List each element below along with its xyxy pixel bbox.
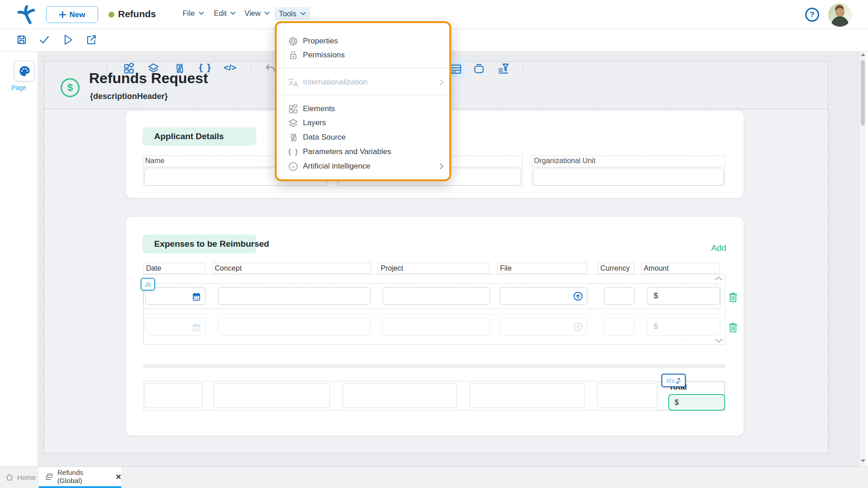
total-amount-input[interactable]: $ (668, 394, 725, 411)
export-button[interactable] (85, 34, 97, 46)
help-button[interactable]: ? (805, 8, 819, 22)
tab-close-icon[interactable]: × (116, 472, 121, 481)
col-header-date[interactable]: Date (143, 263, 205, 274)
totals-region: Total $ (143, 381, 725, 411)
js-badge-label: Js (145, 281, 151, 288)
menu-edit[interactable]: Edit (214, 9, 236, 18)
amount-dollar-prefix: $ (654, 291, 658, 300)
menu-item-label: Data Source (303, 133, 346, 142)
add-row-link[interactable]: Add (711, 243, 726, 253)
total-cell-date[interactable] (145, 383, 203, 408)
validate-button[interactable] (39, 35, 50, 45)
data-source-button[interactable] (174, 62, 185, 75)
tab-home[interactable]: Home (5, 467, 36, 488)
delete-row-icon[interactable] (728, 322, 738, 333)
js-expression-badge[interactable]: Js (141, 278, 155, 291)
col-currency-label: Currency (600, 264, 630, 272)
app-logo[interactable] (15, 5, 36, 25)
layers-button[interactable] (147, 62, 160, 75)
menu-item-artificial-intelligence[interactable]: IA Artificial intelligence (277, 160, 449, 173)
col-header-currency[interactable]: Currency (598, 263, 634, 274)
concept-input[interactable] (218, 287, 371, 305)
expenses-card[interactable]: Expenses to be Reimbursed Add Date Conce… (126, 217, 744, 436)
amount-input[interactable]: $ (647, 318, 720, 336)
calendar-icon (192, 322, 201, 332)
elements-grid-icon (288, 104, 298, 114)
menu-item-properties[interactable]: Properties (277, 34, 449, 48)
total-cell-file[interactable] (470, 383, 585, 408)
tab-home-label: Home (17, 474, 36, 482)
file-input[interactable] (500, 287, 587, 305)
page-widget-button[interactable] (14, 61, 35, 81)
expression-button[interactable]: </> (224, 63, 236, 73)
menu-item-label: Properties (303, 37, 338, 46)
col-header-file[interactable]: File (497, 263, 587, 274)
formula-icon: -xa″ (676, 377, 681, 384)
delete-row-icon[interactable] (728, 291, 738, 303)
form-tab-icon (45, 473, 53, 481)
total-cell-project[interactable] (343, 383, 457, 408)
org-unit-input[interactable] (533, 168, 724, 186)
col-header-concept[interactable]: Concept (212, 263, 371, 274)
new-button[interactable]: New (46, 6, 98, 23)
menu-edit-label: Edit (214, 9, 226, 18)
scroll-down-arrow[interactable] (861, 460, 865, 462)
currency-input[interactable] (604, 287, 635, 305)
tools-dropdown-menu: Properties Permissions Internationalizat… (275, 21, 451, 181)
parameters-button[interactable]: { } (199, 62, 212, 73)
expenses-section-title: Expenses to be Reimbursed (142, 235, 256, 253)
menu-tools[interactable]: Tools (274, 7, 310, 20)
tab-refunds-global[interactable]: Refunds (Global) × (39, 467, 121, 488)
section-divider (143, 364, 725, 368)
project-input[interactable] (382, 318, 490, 336)
collapse-up-icon[interactable] (715, 276, 723, 281)
col-header-amount[interactable]: Amount (641, 263, 720, 274)
menu-item-parameters-variables[interactable]: { } Parameters and Variables (277, 145, 449, 159)
menu-item-permissions[interactable]: Permissions (277, 48, 449, 62)
save-button[interactable] (16, 34, 28, 46)
code-icon: </> (224, 63, 236, 73)
currency-input[interactable] (604, 318, 635, 336)
table-rows-region: $ $ (143, 274, 725, 345)
total-cell-concept[interactable] (213, 383, 330, 408)
container-button[interactable] (473, 63, 485, 75)
menu-item-layers[interactable]: Layers (277, 116, 449, 130)
rx-badge-label: Rx (666, 377, 675, 385)
elements-button[interactable] (123, 63, 135, 75)
chevron-down-icon (231, 12, 236, 15)
scroll-up-arrow[interactable] (861, 53, 865, 56)
toolbar-divider (251, 63, 251, 75)
col-header-project[interactable]: Project (378, 263, 490, 274)
scrollbar-thumb[interactable] (861, 60, 865, 126)
table-row-template[interactable]: $ (143, 314, 721, 340)
plus-icon (59, 11, 66, 18)
total-cell-currency[interactable] (597, 383, 656, 408)
menu-file[interactable]: File (183, 9, 204, 18)
menu-file-label: File (183, 9, 195, 18)
user-avatar[interactable] (828, 3, 852, 27)
project-input[interactable] (382, 287, 490, 305)
rx-expression-badge[interactable]: Rx -xa″ (661, 374, 686, 387)
status-dot (108, 12, 114, 18)
menu-item-label: Artificial intelligence (303, 162, 370, 171)
menu-item-data-source[interactable]: Data Source (277, 131, 449, 144)
upload-icon[interactable] (573, 291, 583, 301)
new-button-label: New (70, 10, 85, 19)
menu-view[interactable]: View (245, 9, 269, 18)
palette-icon (19, 65, 31, 77)
ai-icon: IA (288, 161, 299, 172)
menu-item-elements[interactable]: Elements (277, 102, 449, 116)
date-input[interactable] (145, 318, 206, 336)
col-amount-label: Amount (644, 264, 669, 272)
run-button[interactable] (63, 34, 74, 46)
menu-item-label: Parameters and Variables (303, 147, 391, 156)
calendar-icon[interactable] (192, 291, 201, 301)
amount-input[interactable]: $ (647, 287, 720, 305)
filter-summary-button[interactable] (497, 62, 509, 75)
file-input[interactable] (500, 318, 587, 336)
vertical-scrollbar[interactable] (860, 51, 866, 466)
concept-input[interactable] (218, 318, 371, 336)
table-row[interactable]: $ (143, 283, 721, 309)
field-group-org-unit[interactable]: Organizational Unit (532, 155, 725, 186)
menu-item-label: Internationalization (303, 78, 368, 87)
